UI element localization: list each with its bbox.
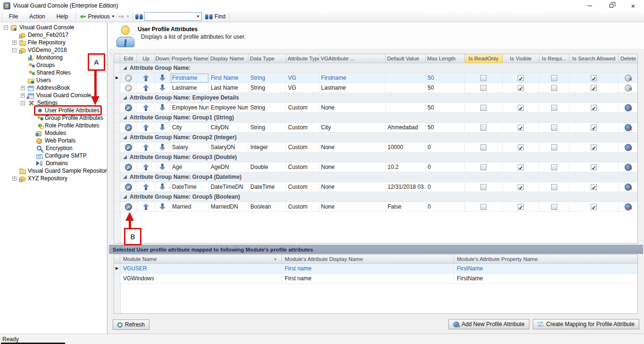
group-expand-icon[interactable]	[123, 155, 127, 159]
tree-item[interactable]: −VGDemo_2018	[0, 46, 107, 54]
tree-item[interactable]: +XYZ Repository	[0, 175, 107, 182]
visible-checkbox[interactable]	[518, 164, 524, 170]
edit-icon[interactable]	[125, 75, 132, 82]
visible-checkbox[interactable]	[518, 75, 524, 81]
group-row[interactable]: Attribute Group Name: Group2 (Integer)	[114, 133, 637, 143]
column-header[interactable]: Display Name	[209, 54, 248, 63]
column-header[interactable]: Default Value	[386, 54, 426, 63]
tree-item[interactable]: Encryption	[0, 144, 107, 152]
visible-checkbox[interactable]	[518, 125, 524, 131]
create-mapping-button[interactable]: Create Mapping for Profile Attribute	[533, 319, 639, 329]
required-checkbox[interactable]	[551, 144, 557, 151]
tree-item[interactable]: Group Profile Attributes	[0, 114, 107, 122]
required-checkbox[interactable]	[551, 75, 557, 81]
edit-icon[interactable]	[125, 164, 132, 171]
table-row[interactable]: CityCityDNStringCustomCityAhmedabad50	[114, 123, 637, 133]
table-row[interactable]: Employee Num...Employee NumberStringCust…	[114, 103, 637, 113]
find-dropdown-button[interactable]	[195, 13, 201, 20]
collapse-icon[interactable]: −	[21, 101, 25, 105]
move-down-icon[interactable]	[159, 203, 165, 210]
move-up-icon[interactable]	[143, 144, 149, 151]
menu-help[interactable]: Help	[51, 12, 74, 21]
delete-icon[interactable]	[625, 75, 632, 82]
readonly-checkbox[interactable]	[480, 144, 487, 151]
column-header[interactable]: Is Search Allowed	[570, 54, 619, 63]
group-row[interactable]: Attribute Group Name: Group1 (String)	[114, 113, 637, 123]
tree-item[interactable]: Demo_Feb2017	[0, 31, 107, 39]
tree-item[interactable]: Users	[0, 76, 107, 84]
restore-button[interactable]	[601, 0, 622, 11]
delete-icon[interactable]	[625, 124, 632, 131]
edit-icon[interactable]	[125, 144, 132, 151]
column-header[interactable]: Data Type	[248, 54, 286, 63]
mapping-column-header[interactable]: Module's Attribute Property Name	[454, 255, 638, 264]
refresh-button[interactable]: Refresh	[113, 319, 149, 330]
search-allowed-checkbox[interactable]	[591, 125, 597, 131]
tree-item[interactable]: Domains	[0, 159, 107, 167]
collapse-icon[interactable]: −	[12, 48, 17, 52]
edit-icon[interactable]	[125, 84, 132, 92]
visible-checkbox[interactable]	[518, 184, 524, 190]
table-row[interactable]: DateTimeDateTimeDNDateTimeCustomNone12/3…	[114, 182, 637, 192]
search-allowed-checkbox[interactable]	[591, 144, 597, 151]
group-row[interactable]: Attribute Group Name: Employee Details	[114, 93, 637, 103]
move-down-icon[interactable]	[159, 84, 165, 91]
tree-item[interactable]: Configure SMTP	[0, 152, 107, 159]
column-header[interactable]: Edit	[120, 54, 137, 63]
minimize-button[interactable]	[579, 0, 601, 11]
move-down-icon[interactable]	[159, 124, 165, 131]
collapse-icon[interactable]: −	[4, 25, 8, 30]
required-checkbox[interactable]	[551, 125, 557, 131]
find-combobox[interactable]	[144, 12, 202, 21]
move-down-icon[interactable]	[159, 164, 165, 170]
readonly-checkbox[interactable]	[480, 125, 487, 131]
search-allowed-checkbox[interactable]	[591, 105, 597, 111]
move-up-icon[interactable]	[143, 75, 149, 81]
mapping-row[interactable]: ▶VGUSERFirst nameFirstName	[114, 264, 637, 274]
column-header[interactable]: Property Name	[170, 54, 209, 63]
delete-icon[interactable]	[625, 164, 632, 171]
delete-icon[interactable]	[625, 184, 632, 191]
mapping-column-header[interactable]: Module's Attribute Display Name	[282, 255, 454, 264]
move-down-icon[interactable]	[159, 144, 165, 151]
move-up-icon[interactable]	[143, 164, 149, 170]
readonly-checkbox[interactable]	[480, 85, 487, 91]
expand-icon[interactable]: +	[12, 41, 17, 45]
tree-item[interactable]: Modules	[0, 129, 107, 137]
visible-checkbox[interactable]	[518, 204, 524, 210]
visible-checkbox[interactable]	[518, 144, 524, 151]
edit-icon[interactable]	[125, 104, 132, 111]
visible-checkbox[interactable]	[518, 85, 524, 91]
column-header[interactable]: Max Length	[426, 54, 465, 63]
readonly-checkbox[interactable]	[480, 184, 487, 190]
required-checkbox[interactable]	[551, 105, 557, 111]
search-allowed-checkbox[interactable]	[591, 164, 597, 170]
edit-icon[interactable]	[125, 203, 132, 210]
mapping-column-header[interactable]: ▲Module Name	[120, 255, 282, 264]
column-header[interactable]: Attribute Type	[286, 54, 319, 63]
column-header[interactable]: Is Requi...	[539, 54, 570, 63]
previous-button[interactable]: Previous	[78, 12, 116, 21]
forward-button[interactable]	[116, 14, 131, 20]
column-header[interactable]: Is Visible	[503, 54, 539, 63]
move-up-icon[interactable]	[143, 203, 149, 210]
tree-item[interactable]: +File Repository	[0, 39, 107, 46]
search-allowed-checkbox[interactable]	[591, 75, 597, 81]
readonly-checkbox[interactable]	[480, 204, 487, 210]
find-button[interactable]: Find	[203, 12, 227, 21]
column-header[interactable]: Up	[137, 54, 155, 63]
edit-icon[interactable]	[125, 124, 132, 131]
tree-item[interactable]: −Visual Guard Console	[0, 24, 107, 31]
required-checkbox[interactable]	[551, 204, 557, 210]
menu-action[interactable]: Action	[24, 12, 50, 21]
delete-icon[interactable]	[625, 203, 632, 210]
menu-file[interactable]: File	[3, 12, 24, 21]
column-header[interactable]: Down	[155, 54, 170, 63]
group-row[interactable]: Attribute Group Name:	[114, 63, 637, 73]
table-row[interactable]: ▶FirstnameFirst NameStringVGFirstname50	[114, 73, 637, 83]
delete-icon[interactable]	[625, 144, 632, 151]
tree-item[interactable]: Visual Guard Sample Repository	[0, 167, 107, 175]
move-up-icon[interactable]	[143, 124, 149, 131]
move-down-icon[interactable]	[159, 184, 165, 190]
group-row[interactable]: Attribute Group Name: Group5 (Boolean)	[114, 192, 637, 202]
